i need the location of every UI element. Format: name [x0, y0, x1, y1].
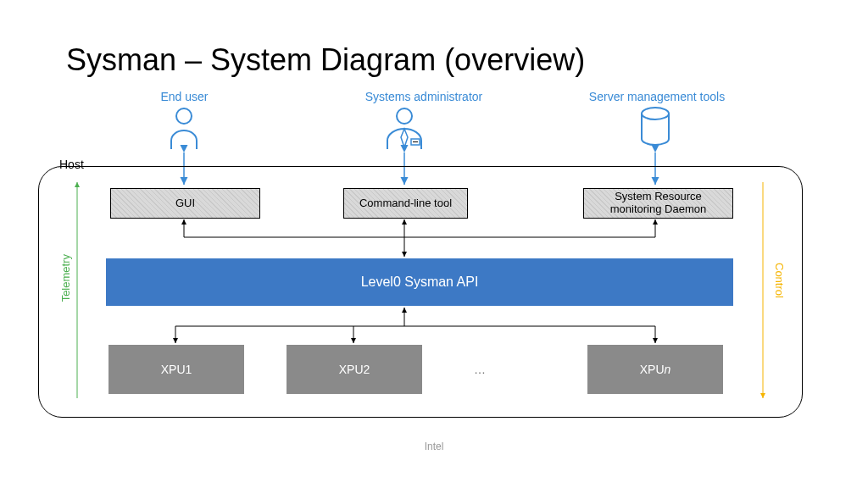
footer: Intel — [0, 441, 868, 452]
actor-label-sysadmin: Systems administrator — [348, 90, 500, 103]
xpu1-box: XPU1 — [108, 345, 244, 394]
xpun-box: XPUn — [587, 345, 723, 394]
xpun-suffix: n — [665, 363, 671, 376]
svg-point-19 — [642, 108, 669, 119]
gui-box: GUI — [110, 188, 260, 219]
server-tools-icon — [640, 107, 670, 151]
xpun-prefix: XPU — [640, 363, 665, 376]
daemon-line2: monitoring Daemon — [610, 202, 706, 215]
actor-label-servertools: Server management tools — [559, 90, 754, 103]
end-user-icon — [170, 107, 198, 152]
page-title: Sysman – System Diagram (overview) — [66, 42, 585, 78]
svg-point-15 — [176, 108, 192, 124]
svg-point-16 — [397, 108, 412, 124]
telemetry-label: Telemetry — [59, 254, 72, 302]
cli-box: Command-line tool — [343, 188, 468, 219]
xpu2-box: XPU2 — [287, 345, 422, 394]
actor-label-enduser: End user — [148, 90, 220, 103]
daemon-box: System Resource monitoring Daemon — [583, 188, 733, 219]
daemon-line1: System Resource — [615, 190, 702, 202]
api-box: Level0 Sysman API — [106, 258, 733, 306]
sysadmin-icon — [386, 107, 423, 152]
xpu-ellipsis: … — [474, 363, 487, 376]
control-label: Control — [773, 263, 786, 298]
